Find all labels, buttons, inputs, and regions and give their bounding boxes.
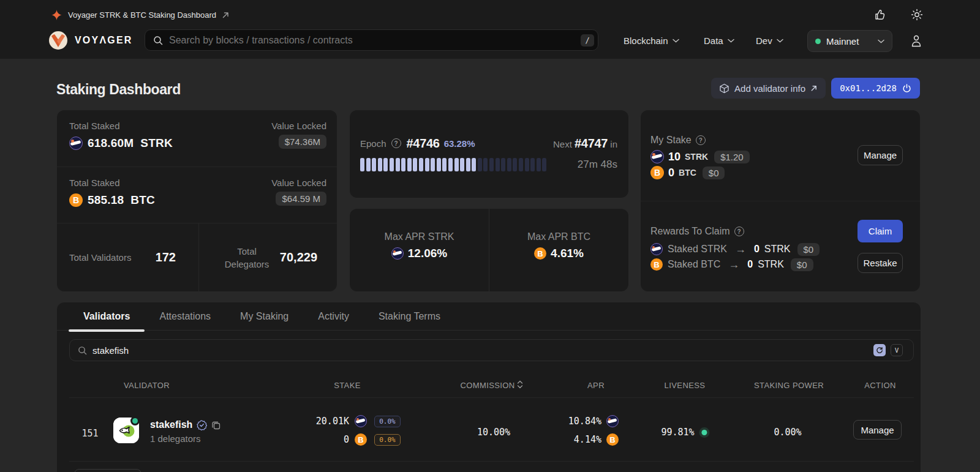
epoch-progress-segment [431,158,435,171]
total-staked-btc-label: Total Staked [69,178,155,188]
epoch-progress-segment [513,158,517,171]
tab-my-staking[interactable]: My Staking [225,302,303,330]
rewards-help-icon[interactable]: ? [734,227,744,236]
epoch-label: Epoch [360,138,386,149]
sparkle-icon [51,10,62,20]
pagination-control[interactable] [74,469,141,472]
validator-stake: 20.01K 0.0% 0 B 0.0% [312,414,401,446]
nav-menu-dev[interactable]: Dev [756,34,783,47]
tab-activity[interactable]: Activity [303,302,364,330]
epoch-progress-segment [472,158,476,171]
search-input[interactable]: Search by blocks / transactions / contra… [145,29,598,51]
copy-icon[interactable] [211,421,221,430]
tab-attestations[interactable]: Attestations [145,302,225,330]
btc-token-icon: B [69,193,83,207]
search-icon [153,36,163,45]
wallet-address: 0x01...2d28 [840,83,897,93]
btc-token-icon: B [650,258,663,271]
user-icon[interactable] [910,34,922,48]
epoch-progress-segment [478,158,482,171]
network-selector[interactable]: Mainnet [807,30,892,52]
value-locked-strk-value: $74.36M [279,135,326,149]
tab-bar: Validators Attestations My Staking Activ… [57,302,921,331]
epoch-progress-segment [390,158,394,171]
my-stake-strk-unit: STRK [685,152,708,162]
apr-strk-value: 10.84% [568,416,601,427]
total-delegators-value: 70,229 [280,250,317,264]
total-validators-value: 172 [156,250,176,264]
nav-menu-data-label: Data [704,36,723,46]
epoch-progress-segment [372,158,376,171]
col-commission[interactable]: COMMISSION [460,381,514,390]
validator-staking-power: 0.00% [774,427,801,438]
total-staked-btc-amount: 585.18 [88,193,124,206]
col-action: ACTION [864,381,896,390]
external-link-icon [810,84,818,92]
nav-menu-blockchain[interactable]: Blockchain [624,34,679,47]
liveness-dot [699,427,710,438]
rewards-btc-name: Staked BTC [668,259,720,270]
col-validator: VALIDATOR [124,381,170,390]
stake-strk-amount: 20.01K [312,416,349,427]
restake-label: Restake [863,258,897,268]
validator-search-value: stakefish [92,345,129,356]
my-stake-btc-amount: 0 [668,167,674,179]
epoch-progress-segment [360,158,364,171]
col-stake: STAKE [334,381,361,390]
epoch-help-icon[interactable]: ? [391,138,401,148]
thumbs-up-icon[interactable] [874,9,886,21]
total-validators-section: Total Validators 172 [57,223,199,291]
validator-row[interactable]: 151 stakefish 1 delegators 20.01K 0.0% [69,398,914,462]
max-apr-strk-section: Max APR STRK 12.06% [350,209,489,291]
theme-toggle-icon[interactable] [911,9,923,21]
manage-stake-button[interactable]: Manage [858,145,903,165]
my-stake-label: My Stake [650,135,692,146]
tab-validators-label: Validators [83,311,130,322]
btc-token-icon: B [650,166,664,179]
search-icon [78,346,87,355]
strk-token-icon [606,415,619,427]
claim-button[interactable]: Claim [858,220,903,242]
total-validators-label: Total Validators [69,252,131,263]
validator-search-input[interactable]: stakefish V [69,339,914,361]
max-apr-btc-label: Max APR BTC [527,231,590,242]
voyager-logo[interactable]: VOYΛGER [49,31,133,50]
rewards-btc-unit: STRK [758,259,784,270]
epoch-progress-segment [396,158,400,171]
sort-icon[interactable] [516,380,524,389]
manage-validator-button[interactable]: Manage [853,420,902,440]
add-validator-button[interactable]: Add validator info [711,78,826,99]
epoch-progress-segment [407,158,412,171]
rewards-btc-row: B Staked BTC → 0 STRK $0 [650,258,820,271]
wallet-button[interactable]: 0x01...2d28 [831,78,920,99]
validator-delegators: 1 delegators [150,433,221,444]
restake-button[interactable]: Restake [858,253,903,273]
rewards-label: Rewards To Claim [650,226,730,237]
tab-staking-terms[interactable]: Staking Terms [364,302,455,330]
refresh-button[interactable] [873,344,886,356]
epoch-progress-segment [419,158,423,171]
external-link-icon[interactable] [222,11,230,19]
tab-my-staking-label: My Staking [240,311,288,322]
epoch-progress-segment [496,158,500,171]
nav-menu-data[interactable]: Data [704,34,734,47]
add-validator-label: Add validator info [734,83,805,94]
epoch-progress-segment [525,158,529,171]
my-stake-help-icon[interactable]: ? [696,135,706,145]
epoch-progress-segment [454,158,459,171]
epoch-card: Epoch ? #4746 63.28% Next #4747 in 27m 4… [350,110,628,198]
tab-validators[interactable]: Validators [69,302,145,330]
epoch-progress-segment [519,158,523,171]
btc-token-icon: B [355,433,367,446]
btc-token-icon: B [606,433,619,446]
epoch-progress-segment [378,158,382,171]
chevron-down-icon [728,39,734,43]
max-apr-btc-value: 4.61% [551,247,584,260]
validator-commission: 10.00% [477,427,510,438]
strk-token-icon [650,150,664,163]
epoch-progress-segment [466,158,470,171]
epoch-progress-segment [442,158,447,171]
arrow-right-icon: → [735,244,746,255]
claim-label: Claim [869,226,892,236]
validator-name: stakefish [150,419,192,430]
